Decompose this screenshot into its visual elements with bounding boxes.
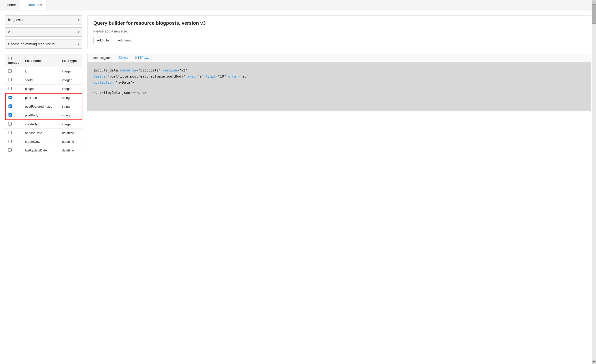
scroll-thumb[interactable]	[592, 4, 596, 24]
include-checkbox[interactable]	[8, 96, 12, 99]
table-row: postBodystring	[5, 111, 82, 120]
code-limit-attr: limit	[206, 74, 216, 78]
include-checkbox[interactable]	[8, 131, 12, 134]
include-cell	[5, 129, 22, 137]
table-row: siteIdinteger	[5, 76, 82, 85]
include-cell	[5, 93, 22, 102]
table-row: createDatedatetime	[5, 137, 82, 146]
right-panel: Query builder for resource blogposts, ve…	[87, 15, 591, 359]
code-skip-val: ="0"	[195, 74, 206, 78]
code-tabs: module_data JQuery HTTP 1.1	[87, 53, 591, 63]
field-name-cell: lastUpdateDate	[22, 146, 59, 155]
code-eq1: ="blogposts"	[136, 68, 163, 72]
include-checkbox[interactable]	[8, 113, 12, 117]
code-resource-attr: resource	[120, 68, 136, 72]
scroll-track[interactable]	[592, 4, 596, 360]
version-select-wrapper: v3 v2 v1	[5, 27, 82, 37]
resource-select-wrapper: blogposts pages products	[5, 15, 82, 24]
code-prefix: {module_data	[93, 68, 120, 72]
scroll-down-arrow[interactable]: ▼	[592, 360, 596, 364]
tab-jquery[interactable]: JQuery	[115, 53, 132, 62]
app-container: Home Instructions blogposts pages produc…	[0, 0, 596, 364]
include-cell	[5, 111, 22, 120]
tab-instructions[interactable]: Instructions	[20, 0, 46, 10]
field-name-cell: releaseDate	[22, 129, 59, 137]
include-checkbox[interactable]	[8, 148, 12, 152]
top-tabs: Home Instructions	[0, 0, 596, 10]
include-cell	[5, 120, 22, 129]
query-actions: Add rule Add group	[93, 37, 585, 44]
query-builder-subtitle: Please add a new rule.	[93, 29, 585, 33]
code-section: module_data JQuery HTTP 1.1 {module_data…	[87, 53, 591, 111]
tab-home[interactable]: Home	[2, 0, 20, 10]
table-row: postTitlestring	[5, 93, 82, 102]
field-type-cell: datetime	[59, 129, 82, 137]
field-name-cell: id	[22, 67, 59, 76]
include-checkbox[interactable]	[8, 122, 12, 126]
scroll-up-arrow[interactable]: ▲	[592, 0, 596, 4]
include-cell	[5, 146, 22, 155]
code-fields-attr: fields	[93, 74, 106, 78]
scrollbar: ▲ ▼	[592, 0, 596, 364]
include-cell	[5, 76, 22, 85]
table-row: idinteger	[5, 67, 82, 76]
include-cell	[5, 102, 22, 111]
query-builder-box: Query builder for resource blogposts, ve…	[87, 15, 591, 49]
table-row: releaseDatedatetime	[5, 129, 82, 137]
field-type-cell: integer	[59, 85, 82, 94]
table-row: lastUpdateDatedatetime	[5, 146, 82, 155]
field-name-cell: postBody	[22, 111, 59, 120]
left-panel: blogposts pages products v3 v2 v1 Choose…	[5, 15, 82, 359]
table-row: createByinteger	[5, 120, 82, 129]
include-checkbox[interactable]	[8, 87, 12, 90]
code-order-val: ="id"	[238, 74, 249, 78]
code-version-attr: version	[163, 68, 177, 72]
code-line-1: {module_data resource="blogposts" versio…	[93, 67, 585, 86]
code-eq2: ="v3"	[177, 68, 187, 72]
include-all-checkbox[interactable]	[8, 57, 12, 60]
version-select[interactable]: v3 v2 v1	[5, 27, 82, 37]
field-name-cell: createBy	[22, 120, 59, 129]
include-cell	[5, 137, 22, 146]
col-include: Include	[5, 54, 22, 67]
add-rule-button[interactable]: Add rule	[93, 37, 112, 44]
include-checkbox[interactable]	[8, 69, 12, 73]
resource-id-select-wrapper: Choose an existing resource id ...	[5, 40, 82, 49]
field-type-cell: integer	[59, 67, 82, 76]
code-area: {module_data resource="blogposts" versio…	[87, 63, 591, 111]
include-checkbox[interactable]	[8, 78, 12, 81]
field-type-cell: datetime	[59, 137, 82, 146]
field-name-cell: blogId	[22, 85, 59, 94]
code-line-2: <pre>{{myData|json}}</pre>	[93, 90, 585, 96]
tab-module-data[interactable]: module_data	[90, 53, 115, 62]
include-cell	[5, 67, 22, 76]
main-content: blogposts pages products v3 v2 v1 Choose…	[0, 10, 596, 364]
tab-http[interactable]: HTTP 1.1	[132, 53, 152, 62]
field-name-cell: siteId	[22, 76, 59, 85]
resource-select[interactable]: blogposts pages products	[5, 15, 82, 24]
code-collection-attr: collection	[93, 80, 114, 84]
fields-table-container: Include Field name Field type idintegers…	[5, 54, 82, 155]
code-skip-attr: skip	[187, 74, 196, 78]
code-order-attr: order	[228, 74, 238, 78]
col-field-type: Field type	[59, 54, 82, 67]
code-collection-val: ="myData"}	[114, 80, 134, 84]
field-name-cell: postTitle	[22, 93, 59, 102]
resource-id-select[interactable]: Choose an existing resource id ...	[5, 40, 82, 49]
field-type-cell: string	[59, 111, 82, 120]
include-header-label: Include	[8, 61, 19, 64]
include-checkbox[interactable]	[8, 140, 12, 143]
query-builder-title: Query builder for resource blogposts, ve…	[93, 20, 585, 26]
field-type-cell: integer	[59, 120, 82, 129]
include-cell	[5, 85, 22, 94]
field-name-cell: postFeaturedImage	[22, 102, 59, 111]
field-name-cell: createDate	[22, 137, 59, 146]
field-type-cell: integer	[59, 76, 82, 85]
fields-table: Include Field name Field type idintegers…	[5, 54, 82, 155]
include-checkbox[interactable]	[8, 104, 12, 108]
table-row: postFeaturedImagestring	[5, 102, 82, 111]
field-type-cell: datetime	[59, 146, 82, 155]
add-group-button[interactable]: Add group	[114, 37, 136, 44]
code-fields-val: ="postTitle,postFeaturedImage,postBody"	[106, 74, 187, 78]
code-limit-val: ="10"	[216, 74, 228, 78]
